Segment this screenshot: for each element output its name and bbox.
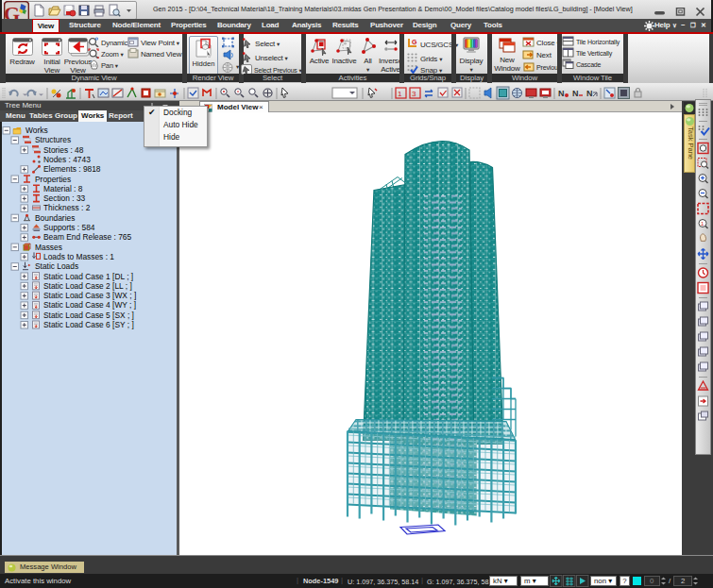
svg-text:N: N bbox=[572, 89, 579, 98]
svg-text:3: 3 bbox=[412, 90, 416, 98]
svg-text:N: N bbox=[558, 89, 565, 98]
svg-text:1: 1 bbox=[398, 90, 402, 98]
svg-text:G: G bbox=[412, 39, 417, 45]
svg-text:N: N bbox=[586, 89, 593, 98]
